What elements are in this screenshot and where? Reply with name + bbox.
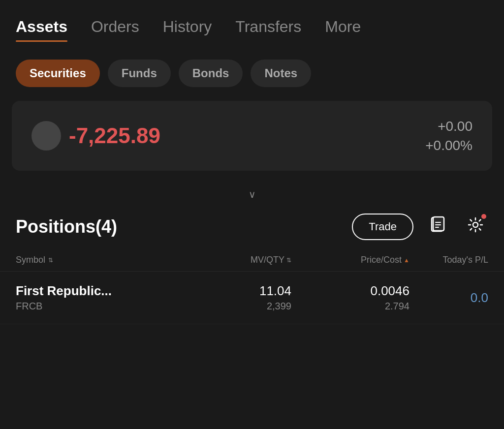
mv-sort-icon: ⇅ [286, 257, 291, 264]
position-price: 0.0046 2.794 [291, 283, 410, 312]
symbol-sort-icon: ⇅ [48, 257, 53, 264]
summary-change: +0.00 [425, 117, 472, 136]
position-symbol: First Republic... FRCB [16, 283, 173, 312]
sub-tab-funds[interactable]: Funds [108, 60, 171, 87]
table-header: Symbol ⇅ MV/QTY ⇅ Price/Cost ▲ Today's P… [0, 249, 504, 272]
top-navigation: Assets Orders History Transfers More [0, 0, 504, 50]
nav-item-orders[interactable]: Orders [79, 14, 151, 40]
position-mv-value: 11.04 [173, 283, 291, 299]
position-mv: 11.04 2,399 [173, 283, 291, 312]
col-header-pl[interactable]: Today's P/L [410, 255, 488, 265]
sub-tab-securities[interactable]: Securities [16, 60, 100, 87]
table-row[interactable]: First Republic... FRCB 11.04 2,399 0.004… [0, 272, 504, 324]
statements-icon [429, 216, 447, 234]
col-header-mv[interactable]: MV/QTY ⇅ [173, 255, 291, 265]
nav-item-transfers[interactable]: Transfers [223, 14, 313, 40]
summary-card: -7,225.89 +0.00 +0.00% [12, 101, 492, 171]
col-header-symbol[interactable]: Symbol ⇅ [16, 255, 173, 265]
nav-item-more[interactable]: More [313, 14, 373, 40]
nav-item-assets[interactable]: Assets [16, 14, 79, 40]
position-pl: 0.0 [410, 290, 488, 306]
sub-tab-notes[interactable]: Notes [251, 60, 311, 87]
position-pl-value: 0.0 [410, 290, 488, 306]
avatar [32, 121, 61, 151]
col-header-price[interactable]: Price/Cost ▲ [291, 255, 410, 265]
notification-dot [481, 214, 486, 219]
summary-right: +0.00 +0.00% [425, 117, 472, 155]
settings-icon [467, 216, 484, 234]
positions-title: Positions(4) [16, 216, 340, 237]
position-name: First Republic... [16, 283, 173, 299]
statements-button[interactable] [425, 212, 451, 241]
position-cost: 2.794 [291, 301, 410, 312]
summary-value: -7,225.89 [69, 123, 160, 148]
svg-point-5 [473, 222, 478, 227]
svg-rect-1 [433, 217, 444, 231]
nav-item-history[interactable]: History [151, 14, 224, 40]
sub-tab-bar: Securities Funds Bonds Notes [0, 50, 504, 97]
positions-header: Positions(4) Trade [0, 200, 504, 249]
summary-change-pct: +0.00% [425, 136, 472, 155]
price-sort-icon: ▲ [404, 257, 410, 264]
position-qty: 2,399 [173, 301, 291, 312]
sub-tab-bonds[interactable]: Bonds [179, 60, 243, 87]
expand-chevron[interactable]: ∨ [0, 183, 504, 200]
position-price-value: 0.0046 [291, 283, 410, 299]
settings-button[interactable] [463, 212, 488, 241]
trade-button[interactable]: Trade [352, 214, 413, 240]
position-ticker: FRCB [16, 301, 173, 312]
summary-left: -7,225.89 [32, 121, 160, 151]
